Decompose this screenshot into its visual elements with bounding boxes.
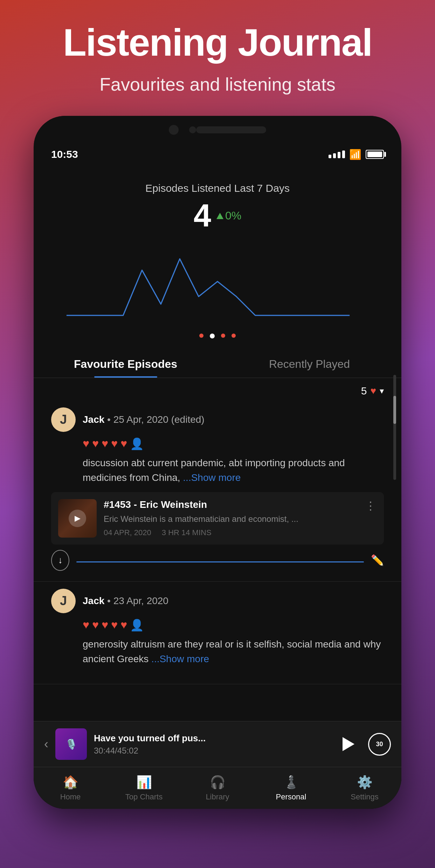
ep-progress-1: [76, 561, 364, 562]
entry-1-meta: Jack • 25 Apr, 2020 (edited): [83, 414, 205, 425]
camera-dot-left: [169, 125, 179, 135]
filter-count: 5: [361, 385, 367, 397]
chart-dot-1[interactable]: [199, 334, 203, 338]
signal-icon: [329, 150, 345, 158]
player-thumbnail: 🎙️: [55, 728, 87, 760]
chart-svg: [48, 251, 387, 327]
status-bar: 10:53 📶: [34, 144, 401, 165]
tabs-row: Favourite Episodes Recently Played: [34, 349, 401, 378]
user-icon-1: 👤: [130, 437, 144, 450]
entry-1-note: discussion abt current pandemic, abt imp…: [83, 456, 384, 485]
hearts-row-1: ♥ ♥ ♥ ♥ ♥ 👤: [83, 437, 384, 450]
chart-dots-row: [48, 334, 387, 338]
status-right-icons: 📶: [329, 149, 384, 160]
hearts-row-2: ♥ ♥ ♥ ♥ ♥ 👤: [83, 618, 384, 632]
player-back-icon[interactable]: ‹: [44, 737, 48, 751]
time-display: 10:53: [51, 148, 78, 160]
heart-4: ♥: [111, 437, 118, 450]
entry-2-note: generosity altruism are they real or is …: [83, 637, 384, 666]
entry-2-header: J Jack • 23 Apr, 2020: [51, 589, 384, 613]
phone-notch: [34, 116, 401, 144]
heart-2-2: ♥: [92, 618, 99, 631]
nav-library-label: Library: [206, 792, 229, 802]
personal-icon: ♟️: [283, 775, 299, 790]
download-button-1[interactable]: ↓: [51, 550, 69, 571]
heart-2-3: ♥: [102, 618, 108, 631]
episode-entry-2: J Jack • 23 Apr, 2020 ♥ ♥ ♥ ♥ ♥ 👤: [34, 582, 401, 684]
heart-5: ♥: [120, 437, 127, 450]
ep-title-1: #1453 - Eric Weinstein: [104, 499, 358, 510]
chart-dot-4[interactable]: [232, 334, 236, 338]
heart-2: ♥: [92, 437, 99, 450]
player-controls: 30: [335, 732, 391, 756]
heart-3: ♥: [102, 437, 108, 450]
scrollbar-track: [393, 375, 396, 480]
bottom-player[interactable]: ‹ 🎙️ Have you turned off pus... 30:44/45…: [34, 721, 401, 767]
scrollbar-thumb[interactable]: [393, 396, 396, 424]
bottom-nav: 🏠 Home 📊 Top Charts 🎧 Library ♟️ Persona…: [34, 767, 401, 809]
player-info: Have you turned off pus... 30:44/45:02: [94, 733, 328, 756]
notch-dot: [189, 126, 196, 133]
skip-forward-button[interactable]: 30: [368, 733, 391, 756]
chart-section: [34, 251, 401, 345]
library-icon: 🎧: [210, 775, 226, 790]
ep-meta-row-1: 04 APR, 2020 3 HR 14 MINS: [104, 528, 358, 537]
stats-number-row: 4 0%: [55, 198, 380, 234]
phone-frame: 10:53 📶 Episodes Listened Last 7 Days 4: [34, 116, 401, 809]
top-charts-icon: 📊: [136, 775, 152, 790]
three-dots-icon-1[interactable]: ⋮: [365, 499, 377, 512]
nav-personal-label: Personal: [276, 792, 306, 802]
heart-2-4: ♥: [111, 618, 118, 631]
episode-entry-1: J Jack • 25 Apr, 2020 (edited) ♥ ♥ ♥ ♥ ♥…: [34, 400, 401, 582]
nav-top-charts[interactable]: 📊 Top Charts: [107, 775, 181, 802]
ep-thumbnail-1: ▶: [58, 499, 97, 538]
nav-top-charts-label: Top Charts: [125, 792, 163, 802]
nav-library[interactable]: 🎧 Library: [181, 775, 254, 802]
chart-dot-3[interactable]: [221, 334, 225, 338]
speaker-bar: [196, 126, 266, 133]
phone-content: Episodes Listened Last 7 Days 4 0%: [34, 165, 401, 809]
avatar-jack-1: J: [51, 407, 76, 432]
nav-home[interactable]: 🏠 Home: [34, 775, 107, 802]
stats-change-value: 0%: [225, 209, 241, 222]
edit-button-1[interactable]: ✏️: [371, 554, 384, 566]
play-circle-icon: ▶: [69, 510, 86, 527]
page-title: Listening Journal: [14, 21, 421, 63]
nav-settings-label: Settings: [351, 792, 379, 802]
play-pause-button[interactable]: [335, 732, 359, 756]
ep-date-1: 04 APR, 2020: [104, 528, 151, 537]
chart-dot-2[interactable]: [210, 334, 215, 338]
play-triangle-icon: [343, 737, 354, 751]
page-header: Listening Journal Favourites and listeni…: [0, 0, 435, 102]
show-more-link-2[interactable]: ...Show more: [151, 653, 209, 664]
player-time: 30:44/45:02: [94, 746, 328, 756]
heart-1: ♥: [83, 437, 89, 450]
user-icon-2: 👤: [130, 618, 144, 632]
home-icon: 🏠: [63, 775, 78, 790]
page-subtitle: Favourites and listening stats: [14, 74, 421, 95]
ep-bottom-row-1: ↓ ✏️: [51, 550, 384, 571]
nav-personal[interactable]: ♟️ Personal: [254, 775, 328, 802]
ep-desc-1: Eric Weinstein is a mathematician and ec…: [104, 513, 358, 525]
filter-row: 5 ♥ ▾: [34, 378, 401, 400]
show-more-link-1[interactable]: ...Show more: [183, 472, 241, 483]
player-title: Have you turned off pus...: [94, 733, 328, 744]
battery-icon: [366, 150, 384, 159]
stats-label: Episodes Listened Last 7 Days: [55, 182, 380, 194]
nav-home-label: Home: [60, 792, 81, 802]
ep-duration-1: 3 HR 14 MINS: [162, 528, 212, 537]
stats-change-row: 0%: [216, 209, 241, 222]
nav-settings[interactable]: ⚙️ Settings: [328, 775, 401, 802]
heart-2-5: ♥: [120, 618, 127, 631]
ep-actions-1: ⋮: [365, 499, 377, 512]
arrow-up-icon: [216, 213, 223, 219]
heart-2-1: ♥: [83, 618, 89, 631]
chevron-down-icon[interactable]: ▾: [380, 386, 384, 396]
heart-filter-icon[interactable]: ♥: [370, 385, 376, 397]
episode-card-1[interactable]: ▶ #1453 - Eric Weinstein Eric Weinstein …: [51, 492, 384, 545]
stats-count: 4: [194, 198, 211, 234]
stats-section: Episodes Listened Last 7 Days 4 0%: [34, 165, 401, 251]
tab-favourite-episodes[interactable]: Favourite Episodes: [34, 349, 218, 378]
tab-recently-played[interactable]: Recently Played: [218, 349, 401, 378]
entry-1-header: J Jack • 25 Apr, 2020 (edited): [51, 407, 384, 432]
